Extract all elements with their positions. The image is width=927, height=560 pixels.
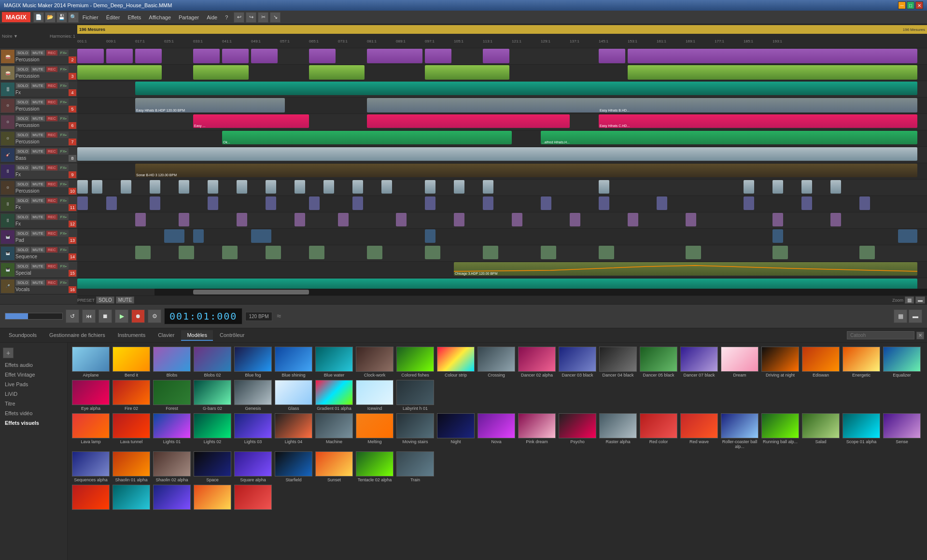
media-item-sense[interactable]: Sense	[883, 413, 921, 450]
block-14-8[interactable]	[483, 246, 498, 259]
fx-15[interactable]: FX•	[58, 263, 69, 269]
fx-14[interactable]: FX•	[58, 247, 69, 253]
mute-12[interactable]: MUTE	[30, 214, 45, 220]
media-item-dancer-07-black[interactable]: Dancer 07 black	[680, 347, 718, 378]
block-12-3[interactable]	[237, 213, 247, 226]
tab-instruments[interactable]: Instruments	[112, 330, 151, 341]
media-item-red-color[interactable]: Red color	[639, 413, 678, 450]
block-7-2[interactable]: ...alfred Hihats.H...	[541, 131, 917, 144]
media-item-fire-02[interactable]: Fire 02	[112, 380, 151, 411]
block-10-10[interactable]	[323, 180, 334, 194]
media-item-labyrint-h-01[interactable]: Labyrint h 01	[396, 380, 435, 411]
block-2-6[interactable]	[251, 49, 278, 63]
mute-14[interactable]: MUTE	[30, 247, 45, 253]
sidebar-titre[interactable]: Titre	[0, 399, 67, 408]
block-12-1[interactable]	[135, 213, 146, 226]
tab-controleur[interactable]: Contrôleur	[214, 330, 250, 341]
mute-5[interactable]: MUTE	[30, 99, 45, 105]
media-item-night[interactable]: Night	[436, 413, 475, 450]
sidebar-effets-audio[interactable]: Effets audio	[0, 360, 67, 370]
detail-view-btn[interactable]: ▬	[909, 309, 922, 323]
block-2-1[interactable]	[77, 49, 104, 63]
block-12-5[interactable]	[338, 213, 349, 226]
mute-13[interactable]: MUTE	[30, 230, 45, 237]
block-9-1[interactable]: Sonar B-HD 3 120.00 BPM	[135, 164, 917, 177]
block-2-2[interactable]	[106, 49, 133, 63]
media-item-lava-lamp[interactable]: Lava lamp	[71, 413, 110, 450]
menu-question[interactable]: ?	[221, 13, 232, 22]
block-10-19[interactable]	[801, 180, 812, 194]
media-item-driving-at-night[interactable]: Driving at night	[761, 347, 800, 378]
media-item-space[interactable]: Space	[193, 451, 232, 483]
media-item-colour-strip[interactable]: Colour strip	[436, 347, 475, 378]
solo-14[interactable]: SOLO	[15, 247, 30, 253]
horizontal-scrollbar[interactable]	[77, 289, 927, 295]
mixer-view-btn[interactable]: ▦	[894, 309, 907, 323]
block-14-1[interactable]	[135, 246, 151, 259]
block-13-1[interactable]	[164, 229, 184, 243]
block-10-13[interactable]	[425, 180, 435, 194]
block-3-big[interactable]	[628, 65, 917, 80]
block-4-big[interactable]	[135, 82, 917, 95]
sidebar-livid[interactable]: LiViD	[0, 389, 67, 399]
stop-button[interactable]: ⏹	[98, 309, 112, 323]
mute-zoom[interactable]: MUTE	[116, 296, 134, 304]
block-12-10[interactable]	[628, 213, 638, 226]
block-13-4[interactable]	[425, 229, 435, 243]
fx-16[interactable]: FX•	[58, 280, 69, 286]
media-item-psycho[interactable]: Psycho	[558, 413, 597, 450]
block-12-7[interactable]	[454, 213, 464, 226]
menu-fichier[interactable]: Fichier	[79, 13, 102, 22]
mute-6[interactable]: MUTE	[30, 115, 45, 122]
media-item-lights-04[interactable]: Lights 04	[274, 413, 313, 450]
rec-btn-3[interactable]: REC	[46, 66, 58, 72]
rec-7[interactable]: REC	[46, 132, 58, 138]
rec-13[interactable]: REC	[46, 230, 58, 237]
media-item-[interactable]	[71, 485, 110, 511]
block-11-1[interactable]	[77, 196, 88, 210]
solo-11[interactable]: SOLO	[15, 197, 30, 204]
solo-btn-4[interactable]: SOLO	[15, 83, 30, 89]
minimize-button[interactable]: ─	[898, 1, 906, 9]
block-10-3[interactable]	[121, 180, 131, 194]
block-13-2[interactable]	[193, 229, 204, 243]
media-item-train[interactable]: Train	[396, 451, 435, 483]
block-2-5[interactable]	[222, 49, 249, 63]
block-11-14[interactable]	[801, 196, 812, 210]
zoom-single[interactable]: ▬	[915, 296, 925, 304]
media-item-g-bars-02[interactable]: G-bars 02	[193, 380, 232, 411]
help-icon[interactable]: 🔍	[68, 12, 79, 23]
media-item-icewind[interactable]: Icewind	[355, 380, 394, 411]
solo-13[interactable]: SOLO	[15, 230, 30, 237]
block-10-6[interactable]	[208, 180, 218, 194]
block-2-11[interactable]	[599, 49, 625, 63]
media-item-shaolin-02-alpha[interactable]: Shaolin 02 alpha	[153, 451, 191, 483]
media-item-gradient-01-alpha[interactable]: Gradient 01 alpha	[315, 380, 353, 411]
redo-icon[interactable]: ↪	[246, 12, 256, 23]
sidebar-live-pads[interactable]: Live Pads	[0, 379, 67, 389]
media-item-ediswan[interactable]: Ediswan	[801, 347, 840, 378]
fx-btn-4[interactable]: FX•	[58, 83, 69, 89]
fx-8[interactable]: FX•	[58, 148, 69, 154]
block-10-15[interactable]	[483, 180, 493, 194]
block-2-4[interactable]	[193, 49, 220, 63]
block-11-13[interactable]	[744, 196, 754, 210]
fx-6[interactable]: FX•	[58, 115, 69, 122]
block-11-10[interactable]	[541, 196, 551, 210]
block-14-2[interactable]	[179, 246, 194, 259]
block-13-3[interactable]	[251, 229, 271, 243]
rec-12[interactable]: REC	[46, 214, 58, 220]
media-item-lights-02[interactable]: Lights 02	[193, 413, 232, 450]
block-6-1[interactable]: Easy ...	[193, 114, 309, 128]
solo-15[interactable]: SOLO	[15, 263, 30, 269]
block-10-14[interactable]	[454, 180, 464, 194]
block-5-1[interactable]: Easy Hihats B.HDP 120.00 BPM	[135, 98, 285, 112]
rec-6[interactable]: REC	[46, 115, 58, 122]
fx-13[interactable]: FX•	[58, 230, 69, 237]
rec-15[interactable]: REC	[46, 263, 58, 269]
mute-10[interactable]: MUTE	[30, 181, 45, 187]
block-12-8[interactable]	[512, 213, 522, 226]
media-item-nova[interactable]: Nova	[477, 413, 516, 450]
media-item-sunset[interactable]: Sunset	[315, 451, 353, 483]
block-12-11[interactable]	[686, 213, 696, 226]
